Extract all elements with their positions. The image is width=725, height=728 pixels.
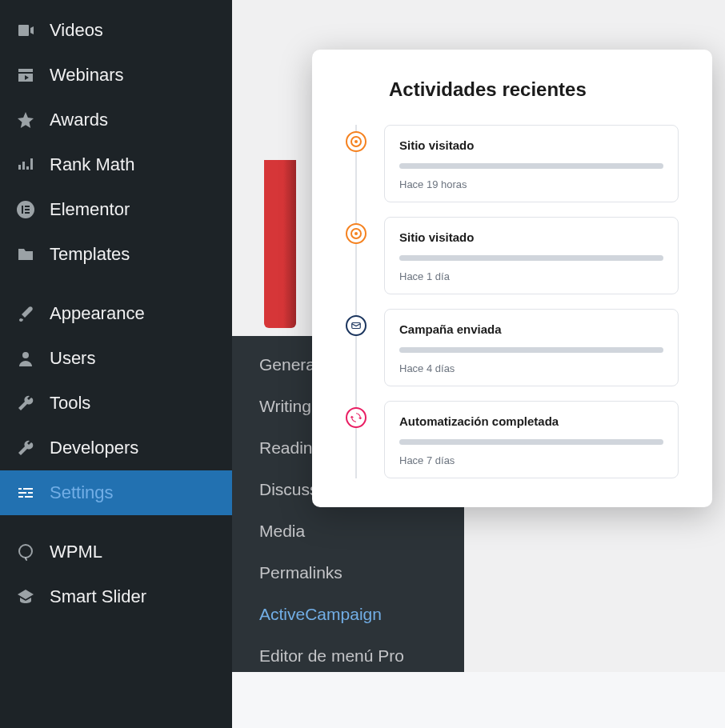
timeline-item: Sitio visitado Hace 1 día — [346, 217, 679, 294]
timeline-card[interactable]: Sitio visitado Hace 19 horas — [384, 125, 679, 202]
user-icon — [14, 347, 37, 370]
sidebar-item-rankmath[interactable]: Rank Math — [0, 142, 232, 187]
recent-activities-card: Actividades recientes Sitio visitado Hac… — [312, 50, 712, 507]
sidebar-item-developers[interactable]: Developers — [0, 426, 232, 470]
placeholder-line — [399, 439, 663, 445]
submenu-item-label: Writing — [259, 397, 311, 415]
sidebar-separator — [0, 515, 232, 530]
video-icon — [14, 19, 37, 42]
wrench-icon — [14, 392, 37, 414]
submenu-item-label: General — [259, 355, 319, 374]
target-icon — [346, 223, 367, 244]
sidebar-item-label: Tools — [50, 393, 90, 414]
svg-rect-2 — [25, 206, 30, 207]
sidebar-separator — [0, 277, 232, 291]
timeline-heading: Sitio visitado — [399, 138, 663, 152]
timeline-card[interactable]: Sitio visitado Hace 1 día — [384, 217, 679, 294]
timeline-time: Hace 4 días — [399, 362, 663, 374]
sidebar-item-label: Settings — [50, 482, 114, 503]
svg-rect-4 — [25, 212, 30, 214]
elementor-icon — [14, 198, 37, 221]
sidebar-item-users[interactable]: Users — [0, 336, 232, 381]
target-icon — [346, 131, 367, 152]
sidebar-item-label: Developers — [50, 438, 138, 458]
sidebar-item-label: WPML — [50, 542, 102, 562]
grad-cap-icon — [14, 586, 37, 608]
timeline-time: Hace 1 día — [399, 270, 663, 282]
sidebar-item-awards[interactable]: Awards — [0, 98, 232, 142]
timeline-heading: Campaña enviada — [399, 322, 663, 336]
wrench-icon — [14, 437, 37, 459]
sidebar-item-videos[interactable]: Videos — [0, 8, 232, 53]
timeline-heading: Sitio visitado — [399, 230, 663, 244]
timeline-item: Sitio visitado Hace 19 horas — [346, 125, 679, 202]
submenu-item-label: Media — [259, 522, 305, 540]
sidebar-item-label: Users — [50, 348, 95, 369]
timeline-item: Campaña enviada Hace 4 días — [346, 309, 679, 386]
red-accent-bar — [264, 160, 296, 328]
sidebar-item-label: Webinars — [50, 65, 124, 86]
sidebar-item-settings[interactable]: Settings — [0, 470, 232, 515]
submenu-item-permalinks[interactable]: Permalinks — [232, 552, 464, 594]
timeline-time: Hace 19 horas — [399, 178, 663, 190]
sliders-icon — [14, 482, 37, 504]
admin-sidebar: Videos Webinars Awards Rank Math Element… — [0, 0, 232, 728]
timeline-heading: Automatización completada — [399, 414, 663, 428]
sidebar-item-appearance[interactable]: Appearance — [0, 291, 232, 336]
sidebar-item-templates[interactable]: Templates — [0, 232, 232, 277]
timeline-item: Automatización completada Hace 7 días — [346, 401, 679, 478]
sidebar-item-smartslider[interactable]: Smart Slider — [0, 574, 232, 619]
sidebar-item-elementor[interactable]: Elementor — [0, 187, 232, 232]
submenu-item-activecampaign[interactable]: ActiveCampaign — [232, 594, 464, 635]
timeline-card[interactable]: Campaña enviada Hace 4 días — [384, 309, 679, 386]
brush-icon — [14, 302, 37, 325]
submenu-item-media[interactable]: Media — [232, 510, 464, 552]
submenu-item-label: Editor de menú Pro — [259, 646, 404, 665]
timeline-card[interactable]: Automatización completada Hace 7 días — [384, 401, 679, 478]
svg-point-6 — [19, 545, 32, 558]
wpml-icon — [14, 541, 37, 563]
sidebar-item-label: Awards — [50, 110, 108, 130]
chart-icon — [14, 154, 37, 176]
placeholder-line — [399, 163, 663, 169]
placeholder-line — [399, 255, 663, 261]
timeline-time: Hace 7 días — [399, 454, 663, 466]
mail-icon — [346, 315, 367, 336]
activity-timeline: Sitio visitado Hace 19 horas Sitio visit… — [346, 125, 679, 478]
sidebar-item-label: Appearance — [50, 303, 145, 324]
svg-point-5 — [22, 352, 29, 358]
svg-rect-1 — [22, 206, 23, 214]
svg-rect-3 — [25, 209, 30, 210]
automation-icon — [346, 407, 367, 428]
sidebar-item-tools[interactable]: Tools — [0, 381, 232, 426]
submenu-item-label: ActiveCampaign — [259, 605, 382, 623]
placeholder-line — [399, 347, 663, 353]
submenu-item-menu-editor[interactable]: Editor de menú Pro — [232, 635, 464, 677]
sidebar-item-wpml[interactable]: WPML — [0, 530, 232, 574]
sidebar-item-label: Rank Math — [50, 154, 134, 175]
submenu-item-label: Permalinks — [259, 563, 342, 582]
sidebar-item-webinars[interactable]: Webinars — [0, 53, 232, 98]
sidebar-item-label: Smart Slider — [50, 586, 146, 607]
sidebar-item-label: Videos — [50, 20, 103, 41]
activity-card-title: Actividades recientes — [389, 78, 679, 101]
star-icon — [14, 109, 37, 131]
folder-icon — [14, 243, 37, 266]
sidebar-item-label: Templates — [50, 244, 130, 265]
content-area — [232, 672, 725, 728]
calendar-play-icon — [14, 64, 37, 86]
sidebar-item-label: Elementor — [50, 199, 130, 220]
